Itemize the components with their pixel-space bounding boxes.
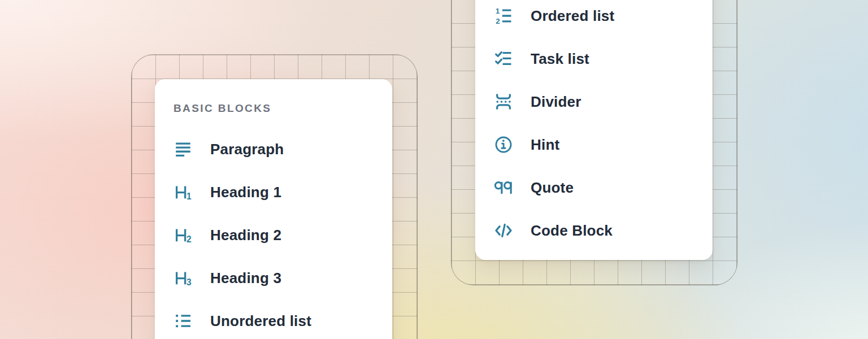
basic-blocks-menu: BASIC BLOCKS Paragraph1Heading 12Heading… — [155, 79, 392, 339]
menu-item-hint[interactable]: Hint — [475, 123, 713, 166]
hint-icon — [494, 135, 513, 154]
quote-icon — [494, 178, 513, 197]
menu-item-heading-2[interactable]: 2Heading 2 — [155, 214, 392, 257]
divider-icon — [494, 92, 513, 111]
menu-item-label: Divider — [531, 93, 581, 111]
menu-item-paragraph[interactable]: Paragraph — [155, 128, 392, 171]
heading-3-icon: 3 — [173, 268, 193, 288]
svg-text:2: 2 — [496, 17, 500, 25]
paragraph-icon — [173, 140, 193, 159]
left-menu-list: Paragraph1Heading 12Heading 23Heading 3U… — [155, 128, 392, 339]
blocks-menu-continued: 12Ordered listTask listDividerHintQuoteC… — [475, 0, 713, 260]
menu-item-label: Task list — [531, 50, 589, 68]
menu-item-label: Hint — [531, 136, 559, 154]
menu-item-heading-1[interactable]: 1Heading 1 — [155, 171, 392, 214]
background: BASIC BLOCKS Paragraph1Heading 12Heading… — [0, 0, 868, 339]
menu-item-ordered-list[interactable]: 12Ordered list — [475, 0, 713, 37]
code-block-icon — [494, 221, 513, 240]
section-title: BASIC BLOCKS — [173, 103, 392, 114]
menu-item-code-block[interactable]: Code Block — [475, 209, 713, 252]
menu-item-label: Heading 1 — [210, 184, 281, 201]
unordered-list-icon — [173, 311, 193, 331]
menu-item-label: Code Block — [531, 222, 613, 240]
menu-item-unordered-list[interactable]: Unordered list — [155, 299, 392, 339]
menu-item-task-list[interactable]: Task list — [475, 37, 713, 80]
menu-item-label: Ordered list — [531, 7, 614, 25]
svg-text:1: 1 — [186, 192, 192, 201]
menu-item-label: Heading 2 — [210, 227, 281, 244]
heading-1-icon: 1 — [173, 182, 193, 202]
menu-item-label: Paragraph — [210, 141, 284, 158]
menu-item-label: Quote — [531, 179, 574, 197]
menu-item-label: Unordered list — [210, 312, 311, 330]
heading-2-icon: 2 — [173, 225, 193, 245]
right-menu-list: 12Ordered listTask listDividerHintQuoteC… — [475, 0, 713, 252]
menu-item-heading-3[interactable]: 3Heading 3 — [155, 257, 392, 299]
menu-item-label: Heading 3 — [210, 270, 281, 287]
svg-text:1: 1 — [496, 7, 500, 15]
menu-item-divider[interactable]: Divider — [475, 80, 713, 123]
menu-item-quote[interactable]: Quote — [475, 166, 713, 209]
svg-text:2: 2 — [186, 234, 192, 244]
svg-text:3: 3 — [186, 277, 192, 287]
task-list-icon — [494, 49, 513, 68]
ordered-list-icon: 12 — [494, 6, 513, 25]
